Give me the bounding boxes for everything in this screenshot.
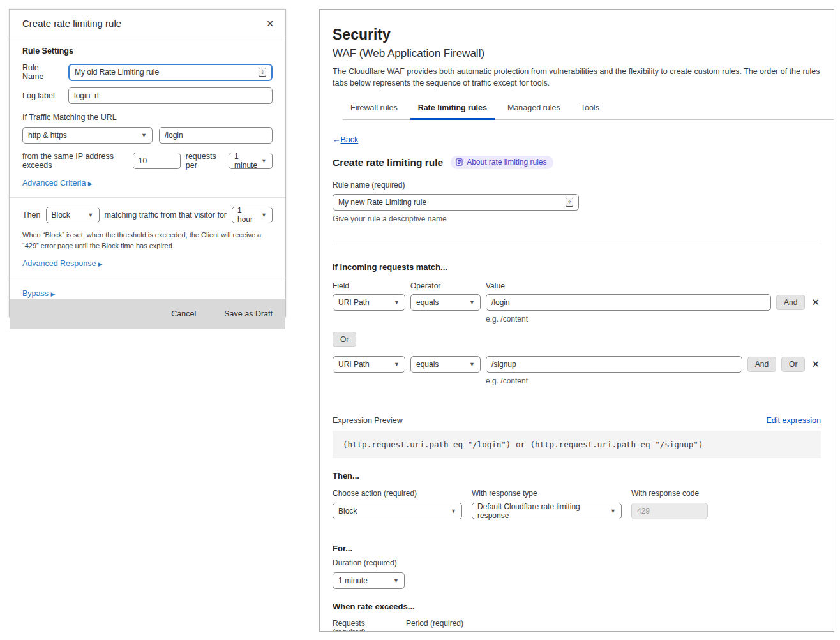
document-icon <box>456 158 463 166</box>
then-suffix: matching traffic from that visitor for <box>105 211 227 220</box>
triangle-right-icon: ▶ <box>98 261 103 267</box>
response-code-column: With response code <box>631 489 708 519</box>
field-select[interactable]: URI Path ▼ <box>333 294 405 311</box>
chevron-down-icon: ▼ <box>261 212 267 218</box>
advanced-criteria-link[interactable]: Advanced Criteria ▶ <box>22 179 93 188</box>
requests-per-label: requests per <box>186 152 223 170</box>
url-match-row: http & https ▼ <box>22 127 273 144</box>
then-label: Then <box>22 211 41 220</box>
chevron-down-icon: ▼ <box>261 158 267 164</box>
ban-duration-value: 1 hour <box>237 206 257 224</box>
expression-code: (http.request.uri.path eq "/login") or (… <box>333 431 821 458</box>
field-select-value: URI Path <box>338 360 370 369</box>
operator-select[interactable]: equals ▼ <box>410 356 481 373</box>
response-type-select[interactable]: Default Cloudflare rate limiting respons… <box>472 503 622 519</box>
about-rate-limiting-badge[interactable]: About rate limiting rules <box>451 156 553 169</box>
log-label-input[interactable] <box>68 87 273 104</box>
chevron-down-icon: ▼ <box>394 300 400 306</box>
screenshot-canvas: Create rate limiting rule ✕ Rule Setting… <box>0 0 840 640</box>
and-button[interactable]: And <box>747 357 776 372</box>
divider <box>10 278 285 278</box>
rule-name-label: Rule name (required) <box>333 181 821 190</box>
response-type-column: With response type Default Cloudflare ra… <box>472 489 622 519</box>
field-label: Field <box>333 281 405 290</box>
page-title: Security <box>333 26 821 43</box>
back-arrow-icon: ← <box>333 135 341 144</box>
autofill-icon[interactable]: ⇪ <box>259 68 266 77</box>
tab-firewall-rules[interactable]: Firewall rules <box>343 98 405 120</box>
section-divider <box>333 241 821 241</box>
rule-name-row: Rule Name ⇪ <box>22 63 273 81</box>
back-label: Back <box>341 135 359 144</box>
condition-column-labels: Field Operator Value <box>333 281 821 290</box>
field-select[interactable]: URI Path ▼ <box>333 356 405 373</box>
bypass-label: Bypass <box>22 289 49 298</box>
remove-condition-icon[interactable]: ✕ <box>810 297 821 308</box>
dialog-header: Create rate limiting rule ✕ <box>10 10 285 36</box>
dialog-body: Rule Settings Rule Name ⇪ Log label If T… <box>10 36 285 299</box>
remove-condition-icon[interactable]: ✕ <box>810 359 821 370</box>
chevron-down-icon: ▼ <box>141 133 147 138</box>
cancel-button[interactable]: Cancel <box>171 309 196 318</box>
action-select-value: Block <box>52 211 70 220</box>
value-input[interactable] <box>486 294 771 311</box>
operator-label: Operator <box>410 281 481 290</box>
exceeds-prefix: from the same IP address exceeds <box>22 152 128 170</box>
chevron-down-icon: ▼ <box>88 212 94 218</box>
response-type-label: With response type <box>472 489 622 498</box>
traffic-match-label: If Traffic Matching the URL <box>22 113 273 122</box>
chevron-down-icon: ▼ <box>469 362 475 368</box>
operator-select[interactable]: equals ▼ <box>410 294 481 311</box>
rule-name-input[interactable] <box>75 68 255 77</box>
waf-security-panel: Security WAF (Web Application Firewall) … <box>319 9 834 632</box>
response-code-input <box>631 503 708 519</box>
save-as-draft-button[interactable]: Save as Draft <box>224 309 273 318</box>
incoming-match-heading: If incoming requests match... <box>333 262 821 272</box>
rule-name-input-wrap: ⇪ <box>333 194 579 211</box>
advanced-response-link[interactable]: Advanced Response ▶ <box>22 259 103 268</box>
tab-managed-rules[interactable]: Managed rules <box>500 98 568 120</box>
action-select[interactable]: Block ▼ <box>46 207 100 223</box>
close-icon[interactable]: ✕ <box>266 19 274 29</box>
advanced-response-label: Advanced Response <box>22 259 96 268</box>
period-select-value: 1 minute <box>234 152 257 170</box>
choose-action-select[interactable]: Block ▼ <box>333 503 462 519</box>
back-link[interactable]: ←Back <box>333 135 358 144</box>
then-controls: Choose action (required) Block ▼ With re… <box>333 489 821 519</box>
requests-input[interactable] <box>133 153 181 169</box>
or-connector-button[interactable]: Or <box>333 332 356 347</box>
tab-rate-limiting-rules[interactable]: Rate limiting rules <box>410 98 495 120</box>
duration-select[interactable]: 1 minute ▼ <box>333 572 405 589</box>
value-hint: e.g. /content <box>486 376 821 385</box>
dialog-footer: Cancel Save as Draft <box>10 299 285 329</box>
value-hint: e.g. /content <box>486 315 821 324</box>
rate-exceeds-heading: When rate exceeds... <box>333 602 821 611</box>
choose-action-value: Block <box>338 507 357 516</box>
and-button[interactable]: And <box>776 295 805 310</box>
then-heading: Then... <box>333 471 821 480</box>
period-label: Period (required) <box>406 619 463 632</box>
bypass-link[interactable]: Bypass ▶ <box>22 289 55 298</box>
action-column: Choose action (required) Block ▼ <box>333 489 462 519</box>
rule-name-input[interactable] <box>338 198 562 207</box>
response-type-value: Default Cloudflare rate limiting respons… <box>477 502 606 520</box>
scheme-select-value: http & https <box>28 131 67 140</box>
value-input[interactable] <box>486 356 742 373</box>
autofill-icon[interactable]: ⇪ <box>566 198 573 207</box>
edit-expression-link[interactable]: Edit expression <box>767 416 821 425</box>
chevron-down-icon: ▼ <box>469 300 475 306</box>
field-select-value: URI Path <box>338 298 370 307</box>
tab-tools[interactable]: Tools <box>573 98 607 120</box>
period-select[interactable]: 1 minute ▼ <box>229 153 273 169</box>
log-label-row: Log label <box>22 87 273 104</box>
threshold-row: from the same IP address exceeds request… <box>22 152 273 170</box>
url-input[interactable] <box>159 127 273 144</box>
operator-select-value: equals <box>416 360 439 369</box>
ban-duration-select[interactable]: 1 hour ▼ <box>232 207 273 223</box>
requests-label: Requests (required) <box>333 619 398 632</box>
choose-action-label: Choose action (required) <box>333 489 462 498</box>
scheme-select[interactable]: http & https ▼ <box>22 127 153 144</box>
or-button[interactable]: Or <box>781 357 805 372</box>
page-description: The Cloudflare WAF provides both automat… <box>333 66 821 89</box>
condition-row: URI Path ▼ equals ▼ And ✕ <box>333 294 821 311</box>
